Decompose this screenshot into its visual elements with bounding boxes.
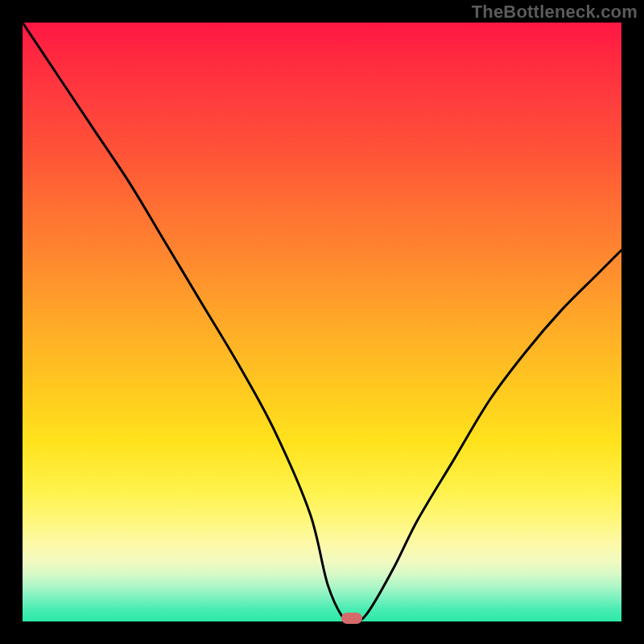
plot-area: [23, 23, 621, 621]
curve-svg: [23, 23, 621, 621]
bottleneck-curve: [23, 23, 621, 625]
optimal-marker: [341, 613, 362, 624]
watermark-text: TheBottleneck.com: [472, 2, 638, 23]
chart-frame: TheBottleneck.com: [0, 0, 644, 644]
